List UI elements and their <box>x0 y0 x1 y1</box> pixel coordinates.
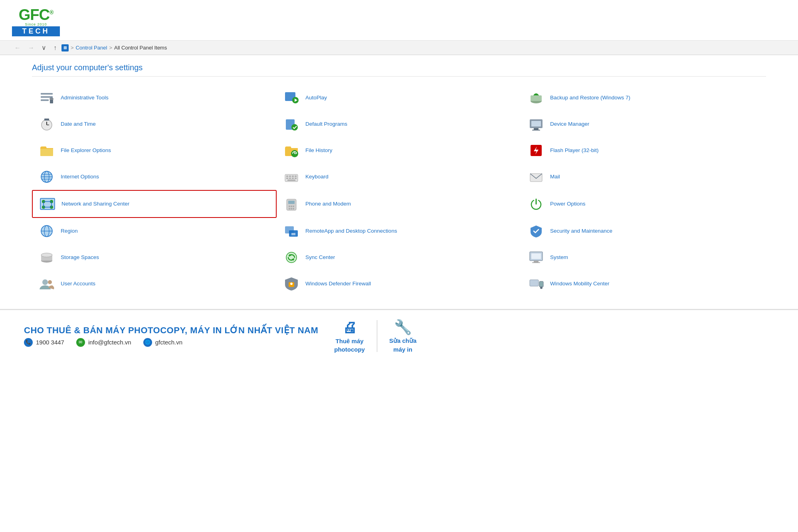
svg-rect-1 <box>41 96 53 98</box>
svg-rect-2 <box>41 99 49 101</box>
default-programs-icon <box>283 116 300 133</box>
footer-phone[interactable]: 📞 1900 3447 <box>24 338 64 347</box>
svg-rect-32 <box>295 176 297 177</box>
backup-restore-icon <box>528 89 545 106</box>
svg-rect-31 <box>292 176 294 177</box>
control-item-sync-center[interactable]: Sync Center <box>277 244 521 271</box>
svg-rect-0 <box>41 93 53 95</box>
svg-point-73 <box>42 279 48 285</box>
phone-modem-label: Phone and Modem <box>305 200 351 208</box>
recent-button[interactable]: ∨ <box>39 43 49 52</box>
breadcrumb-control-panel[interactable]: Control Panel <box>76 45 107 51</box>
footer-contact: 📞 1900 3447 ✉ info@gfctech.vn 🌐 gfctech.… <box>24 338 318 347</box>
control-item-remoteapp[interactable]: RemoteApp and Desktop Connections <box>277 218 521 244</box>
storage-spaces-label: Storage Spaces <box>61 254 99 261</box>
control-item-windows-mobility[interactable]: Windows Mobility Center <box>521 271 766 297</box>
user-accounts-label: User Accounts <box>61 280 95 287</box>
control-item-system[interactable]: System <box>521 244 766 271</box>
svg-rect-13 <box>44 119 49 121</box>
keyboard-icon <box>283 168 300 185</box>
svg-point-76 <box>290 283 293 285</box>
default-programs-label: Default Programs <box>305 121 347 128</box>
svg-rect-34 <box>289 178 291 179</box>
phone-icon: 📞 <box>24 338 33 347</box>
device-manager-icon <box>528 116 545 133</box>
svg-rect-71 <box>534 261 539 262</box>
windows-mobility-icon <box>528 275 545 292</box>
control-item-network-sharing[interactable]: Network and Sharing Center <box>32 190 277 218</box>
svg-point-79 <box>540 287 543 289</box>
footer: CHO THUÊ & BÁN MÁY PHOTOCOPY, MÁY IN LỚN… <box>0 309 798 362</box>
control-item-default-programs[interactable]: Default Programs <box>277 111 521 137</box>
svg-rect-9 <box>531 95 542 101</box>
logo-tech: TECH <box>12 26 60 36</box>
device-manager-label: Device Manager <box>550 121 589 128</box>
control-item-phone-modem[interactable]: Phone and Modem <box>277 190 521 218</box>
up-button[interactable]: ↑ <box>51 44 59 52</box>
power-options-icon <box>528 196 545 212</box>
svg-point-55 <box>293 208 294 210</box>
control-item-backup-restore[interactable]: Backup and Restore (Windows 7) <box>521 85 766 111</box>
network-sharing-label: Network and Sharing Center <box>61 200 129 208</box>
footer-email[interactable]: ✉ info@gfctech.vn <box>76 338 131 347</box>
svg-point-65 <box>41 253 52 257</box>
control-item-flash-player[interactable]: Flash Player (32-bit) <box>521 137 766 164</box>
control-item-administrative-tools[interactable]: Administrative Tools <box>32 85 277 111</box>
svg-rect-78 <box>539 281 543 287</box>
svg-rect-36 <box>295 178 297 179</box>
windows-defender-icon <box>283 275 300 292</box>
control-item-device-manager[interactable]: Device Manager <box>521 111 766 137</box>
logo[interactable]: GFC® Since 2010 TECH <box>12 7 60 36</box>
svg-point-52 <box>293 206 294 207</box>
control-item-keyboard[interactable]: Keyboard <box>277 164 521 190</box>
control-item-region[interactable]: Region <box>32 218 277 244</box>
back-button[interactable]: ← <box>12 44 23 52</box>
mail-label: Mail <box>550 173 560 180</box>
windows-defender-label: Windows Defender Firewall <box>305 280 371 287</box>
remoteapp-icon <box>283 223 300 239</box>
svg-rect-72 <box>532 262 540 263</box>
file-explorer-options-icon <box>38 142 55 159</box>
region-icon <box>38 223 55 239</box>
items-grid: Administrative ToolsAutoPlayBackup and R… <box>32 85 766 297</box>
system-icon <box>528 249 545 266</box>
main-content: Adjust your computer's settings Administ… <box>0 55 798 309</box>
footer-right: 🖨 Thuê máy photocopy 🔧 Sửa chữa máy in <box>334 319 416 353</box>
svg-rect-30 <box>289 176 291 177</box>
forward-button[interactable]: → <box>26 44 37 52</box>
footer-website[interactable]: 🌐 gfctech.vn <box>143 338 182 347</box>
control-item-date-time[interactable]: Date and Time <box>32 111 277 137</box>
control-item-power-options[interactable]: Power Options <box>521 190 766 218</box>
control-item-user-accounts[interactable]: User Accounts <box>32 271 277 297</box>
web-icon: 🌐 <box>143 338 152 347</box>
svg-rect-37 <box>287 180 295 181</box>
footer-service-photocopy[interactable]: 🖨 Thuê máy photocopy <box>334 319 365 353</box>
phone-modem-icon <box>283 196 300 212</box>
windows-mobility-label: Windows Mobility Center <box>550 280 610 287</box>
control-item-mail[interactable]: Mail <box>521 164 766 190</box>
control-item-file-history[interactable]: File History <box>277 137 521 164</box>
control-item-windows-defender[interactable]: Windows Defender Firewall <box>277 271 521 297</box>
control-item-internet-options[interactable]: Internet Options <box>32 164 277 190</box>
autoplay-icon <box>283 89 300 106</box>
file-history-icon <box>283 142 300 159</box>
security-maintenance-label: Security and Maintenance <box>550 227 612 235</box>
power-options-label: Power Options <box>550 200 586 208</box>
control-item-security-maintenance[interactable]: Security and Maintenance <box>521 218 766 244</box>
control-item-autoplay[interactable]: AutoPlay <box>277 85 521 111</box>
remoteapp-label: RemoteApp and Desktop Connections <box>305 227 397 235</box>
footer-service-repair[interactable]: 🔧 Sửa chữa máy in <box>389 319 416 353</box>
svg-rect-70 <box>531 253 541 259</box>
footer-divider <box>377 320 377 352</box>
sync-center-label: Sync Center <box>305 254 335 261</box>
svg-point-51 <box>291 206 292 207</box>
control-item-storage-spaces[interactable]: Storage Spaces <box>32 244 277 271</box>
svg-rect-17 <box>531 121 541 127</box>
svg-rect-29 <box>286 176 288 177</box>
security-maintenance-icon <box>528 223 545 239</box>
logo-gfc: GFC® <box>19 7 53 22</box>
control-item-file-explorer-options[interactable]: File Explorer Options <box>32 137 277 164</box>
svg-point-53 <box>289 208 290 210</box>
system-label: System <box>550 254 568 261</box>
svg-rect-49 <box>288 201 295 204</box>
